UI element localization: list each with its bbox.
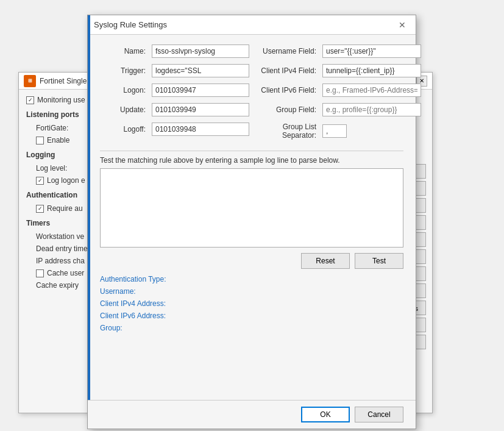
group-result-label: Group: [100,324,122,332]
left-column: Name: Trigger: Logon: Update: Logoff: [100,45,249,146]
trigger-label: Trigger: [100,66,146,75]
divider [100,151,403,151]
workstation-ve-label: Workstation ve [36,232,84,241]
client-ipv4-label: Client IPv4 Field: [249,66,316,75]
cache-user-checkbox[interactable] [36,269,44,277]
right-column: Username Field: Client IPv4 Field: Clien… [249,45,421,146]
dialog-close-button[interactable]: ✕ [395,19,410,31]
logging-label: Logging [26,151,55,159]
bottom-buttons: OK Cancel [88,400,416,429]
username-field-input[interactable] [322,45,421,58]
test-textarea[interactable] [100,168,403,248]
logon-input[interactable] [152,84,249,97]
group-field-label: Group Field: [249,105,316,114]
log-logon-label: Log logon e [47,176,85,185]
logoff-input[interactable] [152,123,249,136]
client-ipv6-result-label: Client IPv6 Address: [100,312,166,320]
logoff-label: Logoff: [100,125,146,134]
client-ipv4-row: Client IPv4 Field: [249,64,421,77]
cancel-button[interactable]: Cancel [355,407,403,422]
trigger-row: Trigger: [100,64,249,77]
group-separator-row: Group List Separator: [249,123,421,140]
log-logon-checkbox[interactable]: ✓ [36,177,44,185]
dialog-title: Syslog Rule Settings [94,20,167,29]
enable-label: Enable [47,136,69,144]
reset-button[interactable]: Reset [301,253,350,269]
form-grid: Name: Trigger: Logon: Update: Logoff: [100,45,403,146]
client-ipv4-input[interactable] [322,64,421,77]
fortigate-label: FortiGate: [36,124,68,132]
auth-type-result-label: Authentication Type: [100,275,166,283]
monitoring-checkbox[interactable]: ✓ [26,96,34,104]
group-field-row: Group Field: [249,103,421,116]
authentication-label: Authentication [26,191,77,199]
ip-address-label: IP address cha [36,257,85,265]
log-level-label: Log level: [36,164,67,173]
ok-button[interactable]: OK [301,407,350,422]
dialog-titlebar: Syslog Rule Settings ✕ [88,15,416,35]
group-field-input[interactable] [322,103,421,116]
client-ipv6-result-row: Client IPv6 Address: [100,312,403,320]
listening-ports-label: Listening ports [26,110,79,119]
name-label: Name: [100,47,146,55]
enable-checkbox[interactable] [36,137,44,144]
test-button[interactable]: Test [355,253,403,269]
auth-type-result-row: Authentication Type: [100,275,403,283]
username-field-label: Username Field: [249,47,316,55]
update-input[interactable] [152,103,249,116]
update-label: Update: [100,105,146,114]
test-buttons: Reset Test [100,253,403,269]
dialog-content: Name: Trigger: Logon: Update: Logoff: [88,35,416,346]
update-row: Update: [100,103,249,116]
cache-user-label: Cache user [47,269,84,277]
client-ipv6-row: Client IPv6 Field: [249,84,421,97]
username-result-label: Username: [100,287,136,296]
trigger-input[interactable] [152,64,249,77]
group-separator-input[interactable] [322,124,347,138]
fortinet-logo-icon: ⊞ [24,75,36,87]
dialog-accent [88,15,90,429]
client-ipv4-result-row: Client IPv4 Address: [100,299,403,308]
timers-label: Timers [26,219,50,227]
name-row: Name: [100,45,249,58]
client-ipv6-label: Client IPv6 Field: [249,86,316,94]
logon-label: Logon: [100,86,146,94]
require-auth-checkbox[interactable]: ✓ [36,205,44,213]
syslog-rule-settings-dialog: Syslog Rule Settings ✕ Name: Trigger: Lo… [87,15,416,429]
username-field-row: Username Field: [249,45,421,58]
require-auth-label: Require au [47,204,83,213]
logoff-row: Logoff: [100,123,249,136]
group-result-row: Group: [100,324,403,332]
cache-expiry-label: Cache expiry [36,281,79,290]
name-input[interactable] [152,45,249,58]
result-section: Authentication Type: Username: Client IP… [100,275,403,332]
username-result-row: Username: [100,287,403,296]
client-ipv6-input[interactable] [322,84,421,97]
monitoring-label: Monitoring use [37,96,85,104]
group-separator-label: Group List Separator: [249,123,316,140]
test-area-label: Test the matching rule above by entering… [100,156,403,165]
logon-row: Logon: [100,84,249,97]
client-ipv4-result-label: Client IPv4 Address: [100,299,166,308]
dead-entry-label: Dead entry time [36,244,88,253]
